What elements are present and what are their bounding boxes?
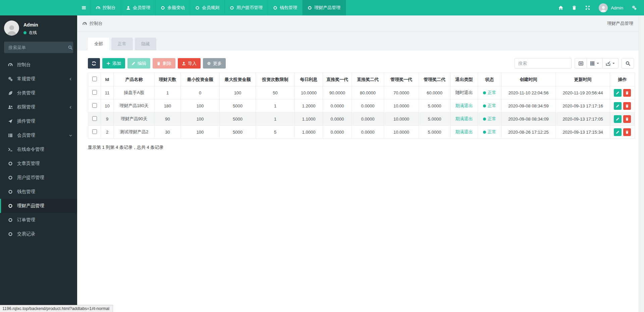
status-badge: 正常 (483, 129, 496, 135)
column-header[interactable]: 操作 (610, 73, 635, 86)
row-checkbox-cell (88, 86, 101, 99)
column-header[interactable]: 每日利息 (295, 73, 323, 86)
sidebar-item-0[interactable]: 控制台 (0, 58, 77, 72)
caret-down-icon (596, 62, 599, 65)
circle-icon (161, 6, 165, 10)
trash-icon (625, 117, 629, 121)
status-label: 正常 (488, 116, 496, 122)
sidebar-item-1[interactable]: 常规管理 (0, 72, 77, 86)
table-row: 9理财产品90天90100500011.10000.00000.000010.0… (88, 113, 635, 126)
delete-button[interactable]: 删除 (153, 58, 175, 69)
search-icon[interactable] (68, 45, 72, 50)
cell-min: 0 (181, 86, 220, 99)
avatar (4, 20, 19, 36)
row-delete-button[interactable] (623, 115, 631, 123)
more-button[interactable]: 更多 (203, 58, 226, 69)
column-header[interactable]: 直推奖二代 (352, 73, 384, 86)
row-checkbox[interactable] (92, 116, 97, 121)
detail-view-button[interactable] (575, 58, 587, 69)
column-header[interactable]: 创建时间 (501, 73, 556, 86)
status-label: 正常 (488, 90, 496, 96)
column-header[interactable]: 产品名称 (114, 73, 155, 86)
cell-zt1: 0.0000 (323, 99, 352, 113)
sidebar-item-label: 在线命令管理 (17, 146, 72, 152)
column-header[interactable]: 状态 (478, 73, 501, 86)
select-all-checkbox[interactable] (92, 77, 97, 81)
breadcrumb-location[interactable]: 控制台 (90, 20, 103, 27)
navbar-right: Admin (558, 0, 644, 15)
nav-tab-0[interactable]: 控制台 (91, 0, 121, 15)
tab-1[interactable]: 正常 (111, 38, 133, 50)
column-header[interactable]: 管理奖二代 (419, 73, 450, 86)
panel-body: 添加 编辑 删除 导入 更多 (77, 50, 639, 150)
home-icon[interactable] (558, 5, 563, 10)
sidebar-item-10[interactable]: 理财产品管理 (0, 199, 77, 213)
sidebar-item-3[interactable]: 权限管理 (0, 100, 77, 114)
row-checkbox[interactable] (92, 90, 97, 95)
row-delete-button[interactable] (623, 89, 631, 97)
pencil-icon (131, 61, 136, 65)
row-edit-button[interactable] (614, 102, 622, 110)
sidebar-item-11[interactable]: 订单管理 (0, 213, 77, 227)
edit-button[interactable]: 编辑 (127, 58, 150, 69)
row-edit-button[interactable] (614, 89, 622, 97)
column-header[interactable]: 最大投资金额 (220, 73, 256, 86)
page-scrollbar[interactable] (639, 15, 644, 312)
tab-2[interactable]: 隐藏 (135, 38, 156, 50)
tab-0[interactable]: 全部 (88, 38, 109, 50)
nav-tab-5[interactable]: 钱包管理 (268, 0, 303, 15)
sidebar-item-5[interactable]: 会员管理 (0, 128, 77, 142)
row-checkbox[interactable] (92, 129, 97, 134)
user-menu[interactable]: Admin (599, 3, 623, 12)
columns-button[interactable] (587, 58, 603, 69)
sidebar-item-7[interactable]: 文章页管理 (0, 157, 77, 171)
status-dot-icon (483, 118, 486, 121)
refresh-button[interactable] (88, 58, 100, 69)
export-button[interactable] (603, 58, 619, 69)
column-header[interactable]: 投资次数限制 (256, 73, 295, 86)
cogs-icon (7, 77, 14, 81)
row-edit-button[interactable] (614, 115, 622, 123)
nav-tab-6[interactable]: 理财产品管理 (303, 0, 346, 15)
nav-tab-1[interactable]: 会员管理 (121, 0, 156, 15)
sidebar-user-status[interactable]: 在线 (23, 30, 38, 36)
nav-tab-2[interactable]: 余额变动 (156, 0, 190, 15)
column-header[interactable]: 直推奖一代 (323, 73, 352, 86)
menu-search-input[interactable] (8, 45, 68, 50)
sidebar-item-4[interactable]: 插件管理 (0, 114, 77, 128)
nav-tab-3[interactable]: 会员规则 (190, 0, 225, 15)
sidebar-item-12[interactable]: 交易记录 (0, 227, 77, 241)
delete-label: 删除 (163, 60, 171, 66)
row-edit-button[interactable] (614, 128, 622, 136)
add-button[interactable]: 添加 (102, 58, 125, 69)
column-header[interactable]: 退出类型 (450, 73, 478, 86)
status-badge: 正常 (483, 103, 496, 109)
row-delete-button[interactable] (623, 102, 631, 110)
avatar (599, 3, 608, 12)
column-header[interactable]: 更新时间 (556, 73, 610, 86)
nav-tab-4[interactable]: 用户提币管理 (225, 0, 268, 15)
row-delete-button[interactable] (623, 128, 631, 136)
advanced-search-button[interactable] (622, 58, 634, 69)
column-header[interactable]: 理财天数 (155, 73, 181, 86)
pencil-icon (616, 104, 620, 108)
clear-cache-icon[interactable] (572, 5, 577, 10)
table-search-input[interactable] (515, 58, 572, 69)
sidebar-item-8[interactable]: 用户提币管理 (0, 171, 77, 185)
column-header[interactable]: Id (101, 73, 114, 86)
fullscreen-icon[interactable] (585, 5, 590, 10)
settings-icon[interactable] (632, 5, 637, 10)
cell-created: 2020-09-08 08:34:59 (501, 99, 556, 113)
sidebar-item-2[interactable]: 分类管理 (0, 86, 77, 100)
column-header[interactable]: 最小投资金额 (181, 73, 220, 86)
import-button[interactable]: 导入 (178, 58, 201, 69)
sidebar-item-6[interactable]: 在线命令管理 (0, 142, 77, 157)
sidebar-item-9[interactable]: 钱包管理 (0, 185, 77, 199)
sidebar-user-panel: Admin 在线 (0, 15, 77, 40)
leaf-icon (7, 91, 14, 95)
row-checkbox[interactable] (92, 103, 97, 108)
cell-status: 正常 (478, 99, 501, 113)
column-header[interactable]: 管理奖一代 (384, 73, 419, 86)
sidebar-toggle-button[interactable] (77, 0, 91, 15)
cell-gl2: 5.0000 (419, 99, 450, 113)
